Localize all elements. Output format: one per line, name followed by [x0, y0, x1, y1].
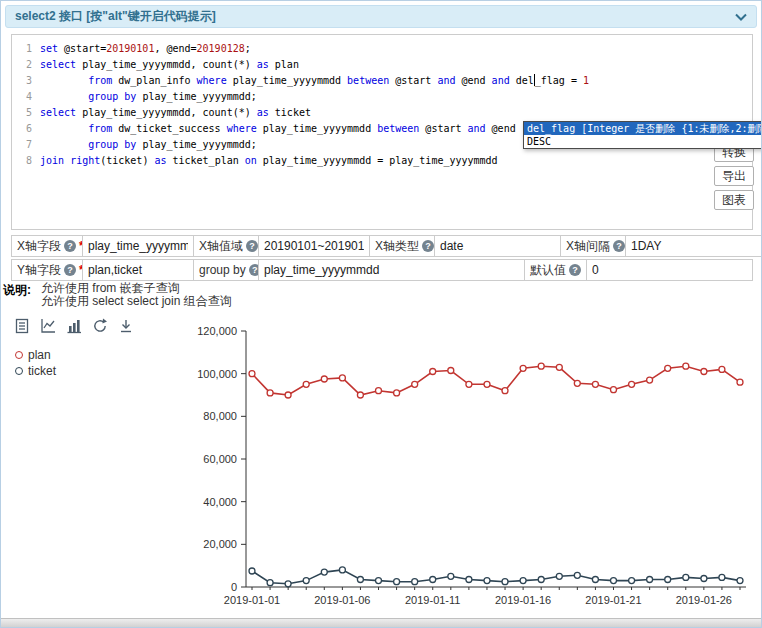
- select2-panel: select2 接口 [按"alt"键开启代码提示] 1set @start=2…: [0, 0, 762, 628]
- x-axis-field-input[interactable]: [82, 235, 194, 257]
- line-number: 6: [12, 121, 40, 137]
- svg-text:2019-01-01: 2019-01-01: [224, 594, 280, 606]
- code-line[interactable]: 3 from dw_plan_info where play_time_yyyy…: [12, 73, 752, 89]
- panel-title: select2 接口 [按"alt"键开启代码提示]: [15, 8, 216, 25]
- x-axis-range-label: X轴值域 ?: [193, 235, 259, 257]
- autocomplete-item[interactable]: DESC: [524, 135, 762, 148]
- code-line[interactable]: 8join right(ticket) as ticket_plan on pl…: [12, 153, 752, 169]
- line-number: 8: [12, 153, 40, 169]
- y-axis-field-input[interactable]: [82, 259, 194, 281]
- download-icon[interactable]: [117, 317, 135, 335]
- x-axis-interval-label: X轴间隔 ?: [560, 235, 626, 257]
- chart-legend: plan ticket: [15, 347, 56, 379]
- group-by-label: group by ?: [193, 259, 259, 281]
- legend-item-ticket[interactable]: ticket: [15, 363, 56, 379]
- line-number: 2: [12, 57, 40, 73]
- code-line[interactable]: 1set @start=20190101, @end=20190128;: [12, 41, 752, 57]
- svg-text:60,000: 60,000: [203, 453, 237, 465]
- code-line[interactable]: 5select play_time_yyyymmdd, count(*) as …: [12, 105, 752, 121]
- autocomplete-popup: del_flag [Integer 是否删除 {1:未删除,2:删除 DESC: [523, 121, 762, 149]
- axis-config-row-2: Y轴字段 ? * group by ? 默认值 ?: [11, 259, 753, 281]
- help-icon[interactable]: ?: [64, 240, 76, 252]
- line-number: 5: [12, 105, 40, 121]
- svg-text:2019-01-16: 2019-01-16: [495, 594, 551, 606]
- note-line: 允许使用 select select join 组合查询: [41, 295, 232, 308]
- svg-text:0: 0: [231, 581, 237, 593]
- svg-text:2019-01-21: 2019-01-21: [585, 594, 641, 606]
- svg-text:2019-01-11: 2019-01-11: [405, 594, 460, 606]
- bottom-bar[interactable]: [1, 618, 762, 627]
- code-line[interactable]: 4 group by play_time_yyyymmdd;: [12, 89, 752, 105]
- export-button[interactable]: 导出: [714, 166, 754, 186]
- chart-svg: 020,00040,00060,00080,000100,000120,0002…: [184, 317, 756, 619]
- x-axis-type-input[interactable]: [434, 235, 561, 257]
- line-number: 4: [12, 89, 40, 105]
- x-axis-range-input[interactable]: [258, 235, 370, 257]
- svg-text:100,000: 100,000: [197, 368, 237, 380]
- refresh-icon[interactable]: [91, 317, 109, 335]
- svg-text:120,000: 120,000: [197, 325, 237, 337]
- axis-config-row-1: X轴字段 ? * X轴值域 ? X轴类型 ? X轴间隔 ?: [11, 235, 753, 257]
- help-icon[interactable]: ?: [613, 240, 625, 252]
- chevron-down-icon[interactable]: [735, 13, 747, 21]
- bar-chart-icon[interactable]: [65, 317, 83, 335]
- x-axis-field-label: X轴字段 ? *: [11, 235, 83, 257]
- chart-button[interactable]: 图表: [714, 190, 754, 210]
- notes-label: 说明:: [3, 282, 31, 299]
- help-icon[interactable]: ?: [569, 264, 581, 276]
- y-axis-field-label: Y轴字段 ? *: [11, 259, 83, 281]
- default-value-input[interactable]: [586, 259, 753, 281]
- line-chart-icon[interactable]: [39, 317, 57, 335]
- svg-text:2019-01-26: 2019-01-26: [676, 594, 732, 606]
- panel-header[interactable]: select2 接口 [按"alt"键开启代码提示]: [5, 5, 757, 28]
- help-icon[interactable]: ?: [246, 240, 258, 252]
- x-axis-type-label: X轴类型 ?: [369, 235, 435, 257]
- svg-text:20,000: 20,000: [203, 538, 237, 550]
- legend-item-plan[interactable]: plan: [15, 347, 56, 363]
- x-axis-interval-input[interactable]: [625, 235, 762, 257]
- code-line[interactable]: 2select play_time_yyyymmdd, count(*) as …: [12, 57, 752, 73]
- ticket-marker: [15, 367, 23, 375]
- group-by-input[interactable]: [258, 259, 525, 281]
- default-value-label: 默认值 ?: [524, 259, 587, 281]
- line-number: 1: [12, 41, 40, 57]
- notes-text: 允许使用 from 嵌套子查询 允许使用 select select join …: [41, 282, 232, 308]
- chart-toolbar: [13, 317, 135, 335]
- svg-text:40,000: 40,000: [203, 496, 237, 508]
- line-number: 7: [12, 137, 40, 153]
- svg-text:2019-01-06: 2019-01-06: [314, 594, 370, 606]
- svg-text:80,000: 80,000: [203, 410, 237, 422]
- line-number: 3: [12, 73, 40, 89]
- autocomplete-item[interactable]: del_flag [Integer 是否删除 {1:未删除,2:删除: [524, 122, 762, 135]
- report-icon[interactable]: [13, 317, 31, 335]
- plan-marker: [15, 351, 23, 359]
- sql-editor[interactable]: 1set @start=20190101, @end=20190128;2sel…: [11, 34, 753, 230]
- help-icon[interactable]: ?: [64, 264, 76, 276]
- help-icon[interactable]: ?: [422, 240, 434, 252]
